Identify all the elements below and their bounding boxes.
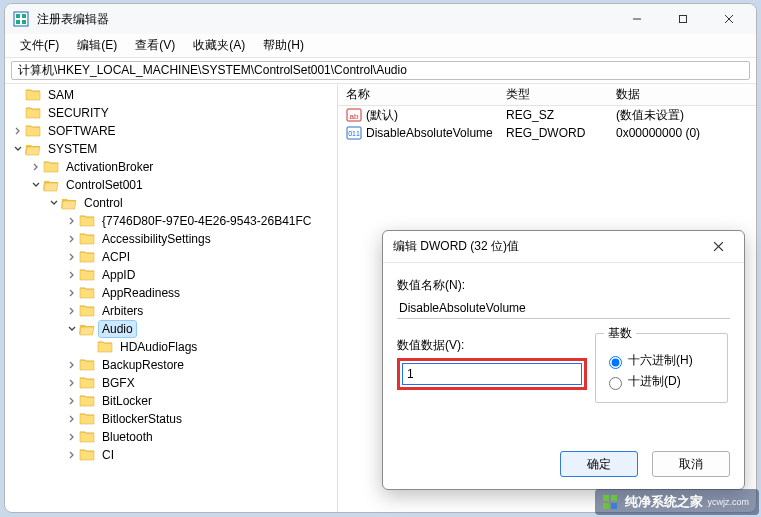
close-button[interactable] bbox=[706, 4, 752, 34]
menu-help[interactable]: 帮助(H) bbox=[254, 35, 313, 56]
chevron-down-icon[interactable] bbox=[47, 196, 61, 210]
value-name-field[interactable] bbox=[397, 298, 730, 319]
radix-legend: 基数 bbox=[604, 325, 636, 342]
ok-button[interactable]: 确定 bbox=[560, 451, 638, 477]
tree-item[interactable]: BackupRestore bbox=[7, 356, 337, 374]
folder-icon bbox=[79, 394, 95, 408]
chevron-down-icon[interactable] bbox=[11, 142, 25, 156]
tree-item[interactable]: BitlockerStatus bbox=[7, 410, 337, 428]
chevron-right-icon[interactable] bbox=[65, 430, 79, 444]
dialog-close-button[interactable] bbox=[702, 231, 734, 263]
col-type[interactable]: 类型 bbox=[498, 86, 608, 103]
tree-item[interactable]: Arbiters bbox=[7, 302, 337, 320]
tree-item-label: ActivationBroker bbox=[63, 159, 156, 175]
chevron-right-icon[interactable] bbox=[65, 304, 79, 318]
key-tree[interactable]: SAMSECURITYSOFTWARESYSTEMActivationBroke… bbox=[5, 84, 338, 512]
svg-rect-16 bbox=[611, 495, 617, 501]
chevron-right-icon[interactable] bbox=[65, 376, 79, 390]
chevron-right-icon[interactable] bbox=[65, 214, 79, 228]
dialog-titlebar: 编辑 DWORD (32 位)值 bbox=[383, 231, 744, 263]
chevron-right-icon[interactable] bbox=[65, 412, 79, 426]
chevron-right-icon[interactable] bbox=[65, 448, 79, 462]
tree-item-label: SECURITY bbox=[45, 105, 112, 121]
radix-hex-row[interactable]: 十六进制(H) bbox=[604, 352, 719, 369]
tree-item[interactable]: SAM bbox=[7, 86, 337, 104]
value-name: DisableAbsoluteVolume bbox=[366, 126, 493, 140]
svg-rect-17 bbox=[603, 503, 609, 509]
folder-icon bbox=[79, 268, 95, 282]
radix-hex-label: 十六进制(H) bbox=[628, 352, 693, 369]
value-data-field[interactable] bbox=[402, 363, 582, 385]
edit-dword-dialog: 编辑 DWORD (32 位)值 数值名称(N): 数值数据(V): 基数 十六… bbox=[382, 230, 745, 490]
tree-item[interactable]: BitLocker bbox=[7, 392, 337, 410]
watermark: 纯净系统之家 ycwjz.com bbox=[595, 489, 759, 515]
chevron-down-icon[interactable] bbox=[65, 322, 79, 336]
menu-favorites[interactable]: 收藏夹(A) bbox=[184, 35, 254, 56]
chevron-right-icon[interactable] bbox=[65, 250, 79, 264]
tree-item[interactable]: ControlSet001 bbox=[7, 176, 337, 194]
list-row[interactable]: ab(默认)REG_SZ(数值未设置) bbox=[338, 106, 756, 124]
tree-item-label: BitlockerStatus bbox=[99, 411, 185, 427]
tree-item[interactable]: ACPI bbox=[7, 248, 337, 266]
tree-item[interactable]: SYSTEM bbox=[7, 140, 337, 158]
tree-item[interactable]: Control bbox=[7, 194, 337, 212]
addressbar bbox=[5, 58, 756, 84]
chevron-right-icon[interactable] bbox=[65, 394, 79, 408]
dialog-buttons: 确定 取消 bbox=[383, 441, 744, 489]
menu-view[interactable]: 查看(V) bbox=[126, 35, 184, 56]
cancel-button[interactable]: 取消 bbox=[652, 451, 730, 477]
tree-item[interactable]: SOFTWARE bbox=[7, 122, 337, 140]
col-name[interactable]: 名称 bbox=[338, 86, 498, 103]
value-name-label: 数值名称(N): bbox=[397, 277, 730, 294]
menu-file[interactable]: 文件(F) bbox=[11, 35, 68, 56]
radix-dec[interactable] bbox=[609, 377, 622, 390]
radix-dec-row[interactable]: 十进制(D) bbox=[604, 373, 719, 390]
svg-rect-1 bbox=[16, 14, 20, 18]
tree-item-label: Bluetooth bbox=[99, 429, 156, 445]
menu-edit[interactable]: 编辑(E) bbox=[68, 35, 126, 56]
radix-group: 基数 十六进制(H) 十进制(D) bbox=[595, 325, 728, 403]
svg-rect-4 bbox=[22, 20, 26, 24]
chevron-down-icon[interactable] bbox=[29, 178, 43, 192]
tree-item-label: SOFTWARE bbox=[45, 123, 119, 139]
value-type: REG_DWORD bbox=[498, 126, 608, 140]
tree-item-label: AppID bbox=[99, 267, 138, 283]
tree-item-label: SYSTEM bbox=[45, 141, 100, 157]
tree-item[interactable]: SECURITY bbox=[7, 104, 337, 122]
tree-item[interactable]: CI bbox=[7, 446, 337, 464]
tree-item[interactable]: Audio bbox=[7, 320, 337, 338]
chevron-right-icon[interactable] bbox=[29, 160, 43, 174]
tree-item-label: CI bbox=[99, 447, 117, 463]
chevron-right-icon[interactable] bbox=[65, 286, 79, 300]
folder-icon bbox=[79, 448, 95, 462]
tree-item[interactable]: AppID bbox=[7, 266, 337, 284]
chevron-right-icon[interactable] bbox=[65, 358, 79, 372]
folder-icon bbox=[79, 412, 95, 426]
tree-item[interactable]: ActivationBroker bbox=[7, 158, 337, 176]
menubar: 文件(F) 编辑(E) 查看(V) 收藏夹(A) 帮助(H) bbox=[5, 34, 756, 58]
value-data-label: 数值数据(V): bbox=[397, 337, 587, 354]
chevron-right-icon[interactable] bbox=[11, 124, 25, 138]
col-data[interactable]: 数据 bbox=[608, 86, 756, 103]
tree-item[interactable]: HDAudioFlags bbox=[7, 338, 337, 356]
folder-open-icon bbox=[79, 322, 95, 336]
minimize-button[interactable] bbox=[614, 4, 660, 34]
tree-item-label: BackupRestore bbox=[99, 357, 187, 373]
maximize-button[interactable] bbox=[660, 4, 706, 34]
tree-item[interactable]: Bluetooth bbox=[7, 428, 337, 446]
radix-hex[interactable] bbox=[609, 356, 622, 369]
folder-icon bbox=[25, 124, 41, 138]
folder-icon bbox=[79, 304, 95, 318]
list-row[interactable]: 011DisableAbsoluteVolumeREG_DWORD0x00000… bbox=[338, 124, 756, 142]
address-input[interactable] bbox=[11, 61, 750, 80]
folder-icon bbox=[25, 88, 41, 102]
tree-item[interactable]: {7746D80F-97E0-4E26-9543-26B41FC bbox=[7, 212, 337, 230]
tree-item[interactable]: AccessibilitySettings bbox=[7, 230, 337, 248]
svg-rect-2 bbox=[22, 14, 26, 18]
chevron-right-icon[interactable] bbox=[65, 268, 79, 282]
tree-item[interactable]: AppReadiness bbox=[7, 284, 337, 302]
tree-item-label: BitLocker bbox=[99, 393, 155, 409]
chevron-right-icon[interactable] bbox=[65, 232, 79, 246]
svg-text:ab: ab bbox=[350, 112, 359, 121]
tree-item[interactable]: BGFX bbox=[7, 374, 337, 392]
